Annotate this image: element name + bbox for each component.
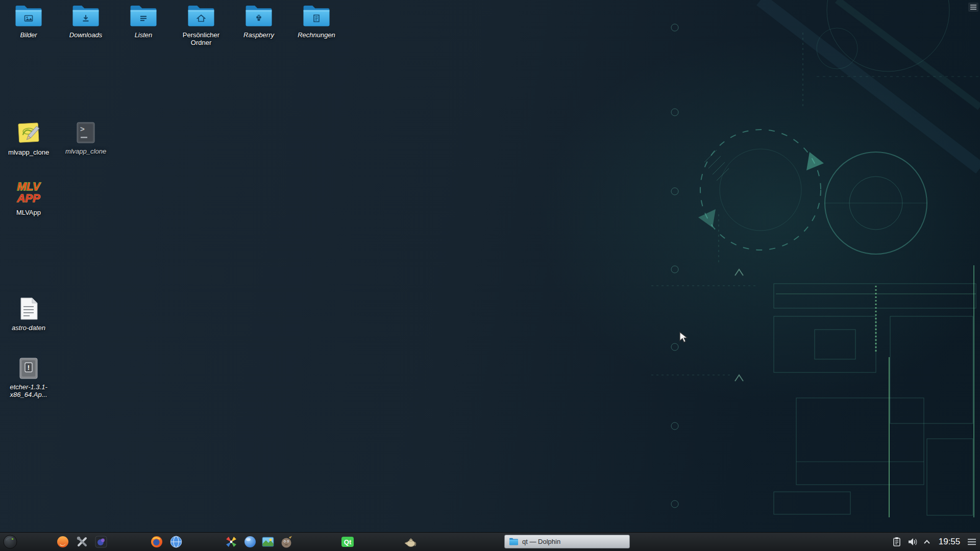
panel-settings-button[interactable] [966,534,978,549]
svg-text:!: ! [28,364,30,371]
wallpaper-blueprint [0,0,980,551]
volume-tray-button[interactable] [905,534,919,549]
desktop: Bilder Downloads Listen Persönlicher O [0,0,980,551]
icon-label: Listen [135,31,153,39]
icon-label: mlvapp_clone [65,147,106,155]
mlvapp-logo-icon: MLV APP [14,180,43,205]
desktop-icon-astro-daten[interactable]: astro-daten [0,297,57,332]
desktop-icon-persoenlicher-ordner[interactable]: Persönlicher Ordner [173,4,230,47]
app-launcher-button[interactable] [2,534,18,549]
chevron-up-icon [922,537,932,547]
blue-sphere-icon [243,535,257,548]
tools-icon [76,535,89,548]
taskbar-app-utilities-button[interactable] [75,534,90,549]
hamburger-icon [967,538,976,545]
svg-text:MLV: MLV [17,180,41,193]
pinwheel-icon [225,535,238,548]
hamburger-icon [970,4,977,10]
taskbar-sphere-app-button[interactable] [242,534,258,549]
tray-expander-button[interactable] [921,534,933,549]
icon-label: Rechnungen [298,31,335,39]
icon-label: astro-daten [12,324,45,332]
svg-text:Qt: Qt [344,538,352,546]
task-button-dolphin[interactable]: qt — Dolphin [504,535,630,548]
icon-label: mlvapp_clone [8,148,49,156]
home-emblem-icon [197,14,206,22]
clock[interactable]: 19:55 [934,533,965,551]
icon-label: MLVApp [16,209,41,216]
desktop-icon-mlvapp[interactable]: MLV APP MLVApp [0,180,57,216]
svg-text:APP: APP [16,192,40,205]
image-emblem-icon [24,14,33,22]
icon-label: Persönlicher Ordner [175,31,228,47]
taskbar: Qt qt — Dolphin [0,532,980,551]
clipboard-icon [891,536,902,547]
taskbar-browser-globe-button[interactable] [168,534,184,549]
text-document-icon [18,297,39,320]
qt-icon: Qt [340,535,355,548]
taskbar-app-fox-button[interactable] [55,534,70,549]
desktop-toolbox-button[interactable] [968,3,978,12]
list-emblem-icon [139,15,148,22]
folder-icon [509,538,519,545]
mouse-cursor [679,332,691,344]
desktop-icon-downloads[interactable]: Downloads [57,4,114,39]
taskbar-app-media-button[interactable] [93,534,109,549]
task-button-label: qt — Dolphin [522,538,560,545]
taskbar-qt-creator-button[interactable]: Qt [340,534,355,549]
icon-label: Raspberry [243,31,274,39]
invoice-emblem-icon [313,14,320,22]
svg-text:>: > [80,124,85,133]
desktop-icon-mlvapp-clone-note[interactable]: mlvapp_clone [0,121,57,156]
speaker-icon [906,536,918,547]
teapot-icon [404,535,418,548]
globe-browser-icon [169,535,183,548]
taskbar-gimp-button[interactable] [279,534,294,549]
appimage-file-icon: ! [17,357,40,380]
taskbar-photo-app-button[interactable] [224,534,239,549]
download-emblem-icon [82,14,90,22]
taskbar-kteatime-button[interactable] [403,534,419,549]
taskbar-image-viewer-button[interactable] [260,534,276,549]
media-app-icon [94,535,108,548]
shell-script-icon: > [74,121,97,144]
sticky-note-script-icon [15,121,42,145]
desktop-icon-bilder[interactable]: Bilder [0,4,57,39]
icon-label: Bilder [20,31,37,39]
raspberry-emblem-icon [255,14,263,22]
gimp-icon [280,535,293,548]
desktop-icon-listen[interactable]: Listen [115,4,172,39]
image-viewer-icon [261,535,275,548]
desktop-icon-etcher-appimage[interactable]: ! etcher-1.3.1-x86_64.Ap... [0,357,57,399]
taskbar-firefox-button[interactable] [149,534,164,549]
clipboard-tray-button[interactable] [890,534,903,549]
desktop-icon-raspberry[interactable]: Raspberry [230,4,287,39]
icon-label: etcher-1.3.1-x86_64.Ap... [2,383,55,399]
fox-app-icon [56,535,69,548]
desktop-icon-rechnungen[interactable]: Rechnungen [288,4,345,39]
launcher-icon [3,534,18,549]
firefox-icon [150,535,163,548]
desktop-icon-mlvapp-clone-script[interactable]: > mlvapp_clone [57,121,114,155]
icon-label: Downloads [69,31,102,39]
